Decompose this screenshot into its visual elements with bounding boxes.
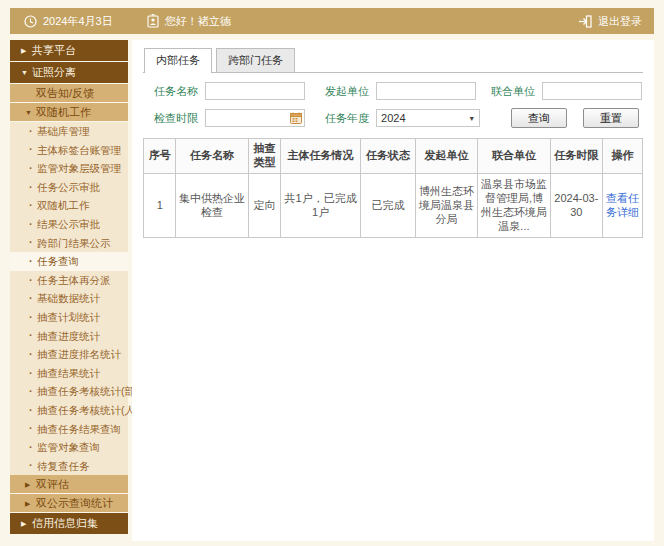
- sidebar-item-label: 抽查结果统计: [37, 368, 100, 379]
- initiating-unit-input[interactable]: [376, 82, 476, 100]
- sidebar-item[interactable]: ▶双公示查询统计: [10, 494, 128, 512]
- sidebar-item[interactable]: ·主体标签台账管理: [10, 141, 128, 160]
- form-buttons: 查询 重置: [480, 108, 643, 128]
- table-cell: 博州生态环境局温泉县分局: [415, 173, 477, 237]
- bullet-icon: ·: [29, 442, 37, 453]
- tab-bar: 内部任务跨部门任务: [143, 48, 643, 73]
- column-header: 任务时限: [550, 139, 602, 174]
- sidebar-item[interactable]: ·基础库管理: [10, 122, 128, 141]
- sidebar-item[interactable]: 双告知/反馈: [10, 84, 128, 102]
- sidebar-item[interactable]: ·任务主体再分派: [10, 271, 128, 290]
- sidebar-item-label: 双随机工作: [37, 200, 90, 211]
- sidebar-item-label: 监管对象层级管理: [37, 163, 121, 174]
- sidebar-item-label: 双随机工作: [36, 107, 91, 118]
- sidebar-item-label: 任务主体再分派: [37, 275, 111, 286]
- sidebar-item[interactable]: ·任务公示审批: [10, 178, 128, 197]
- bullet-icon: ·: [29, 349, 37, 360]
- sidebar-item-label: 待复查任务: [37, 461, 90, 472]
- sidebar-item[interactable]: ·结果公示审批: [10, 215, 128, 234]
- sidebar-item[interactable]: ▶信用信息归集: [10, 513, 128, 534]
- joint-unit-label: 联合单位: [480, 84, 535, 99]
- bullet-icon: ·: [29, 256, 37, 267]
- sidebar-item[interactable]: ·抽查任务结果查询: [10, 420, 128, 439]
- sidebar-item[interactable]: ·抽查任务考核统计(人员): [10, 401, 128, 420]
- bullet-icon: ·: [29, 163, 37, 174]
- sidebar-item-label: 主体标签台账管理: [37, 145, 121, 156]
- header-greeting: 您好！褚立德: [165, 14, 231, 29]
- tab[interactable]: 内部任务: [144, 48, 212, 73]
- sidebar-item-label: 双公示查询统计: [36, 498, 113, 509]
- column-header: 抽查类型: [248, 139, 280, 174]
- logout-label: 退出登录: [598, 14, 642, 29]
- view-task-detail-link[interactable]: 查看任务详细: [606, 192, 639, 218]
- bullet-icon: ·: [29, 386, 37, 397]
- search-form: 任务名称 发起单位 联合单位 检查时限: [143, 82, 643, 128]
- sidebar-item[interactable]: ▶双评估: [10, 475, 128, 493]
- check-deadline-label: 检查时限: [143, 111, 198, 126]
- header-date-group: 2024年4月3日: [24, 14, 113, 29]
- sidebar-item-label: 抽查任务结果查询: [37, 424, 121, 435]
- table-cell: 1: [144, 173, 176, 237]
- sidebar-item[interactable]: ·监管对象层级管理: [10, 159, 128, 178]
- sidebar-item[interactable]: ·跨部门结果公示: [10, 234, 128, 253]
- field-check-deadline: 检查时限: [143, 109, 314, 127]
- field-task-year: 任务年度 2024 ▼: [314, 109, 480, 127]
- sidebar-item[interactable]: ·待复查任务: [10, 457, 128, 476]
- clock-icon: [24, 15, 37, 28]
- sidebar-item[interactable]: ·双随机工作: [10, 196, 128, 215]
- field-initiating-unit: 发起单位: [314, 82, 480, 100]
- top-header-bar: 2024年4月3日 您好！褚立德 退出登录: [10, 8, 654, 34]
- chevron-right-icon: ▶: [25, 500, 36, 507]
- header-date: 2024年4月3日: [43, 14, 113, 29]
- table-cell: 集中供热企业检查: [176, 173, 248, 237]
- column-header: 任务名称: [176, 139, 248, 174]
- sidebar-item[interactable]: ·基础数据统计: [10, 289, 128, 308]
- sidebar-item[interactable]: ·抽查计划统计: [10, 308, 128, 327]
- joint-unit-input[interactable]: [542, 82, 642, 100]
- query-button[interactable]: 查询: [511, 108, 567, 128]
- sidebar-item[interactable]: ·监管对象查询: [10, 438, 128, 457]
- bullet-icon: ·: [29, 182, 37, 193]
- sidebar-item-label: 任务公示审批: [37, 182, 100, 193]
- sidebar-item[interactable]: ▼双随机工作: [10, 103, 128, 121]
- bullet-icon: ·: [29, 330, 37, 341]
- main-panel: 内部任务跨部门任务 任务名称 发起单位 联合单位 检查时限: [132, 40, 654, 541]
- table-cell: 2024-03-30: [550, 173, 602, 237]
- task-name-label: 任务名称: [143, 84, 198, 99]
- sidebar-item-label: 基础库管理: [37, 126, 90, 137]
- logout-icon: [578, 15, 592, 28]
- sidebar-item-label: 任务查询: [37, 256, 79, 267]
- sidebar-item[interactable]: ·抽查任务考核统计(部门): [10, 382, 128, 401]
- bullet-icon: ·: [29, 237, 37, 248]
- chevron-down-icon: ▼: [468, 115, 475, 122]
- bullet-icon: ·: [29, 219, 37, 230]
- sidebar-item-label: 双评估: [36, 479, 69, 490]
- header-user-group: 您好！褚立德: [147, 14, 231, 29]
- sidebar-item-label: 双告知/反馈: [36, 88, 94, 99]
- column-header: 联合单位: [478, 139, 550, 174]
- sidebar-item[interactable]: ▶共享平台: [10, 40, 128, 61]
- bullet-icon: ·: [29, 423, 37, 434]
- chevron-right-icon: ▶: [21, 47, 32, 54]
- task-table: 序号任务名称抽查类型主体任务情况任务状态发起单位联合单位任务时限操作 1集中供热…: [143, 138, 643, 238]
- sidebar-item-label: 证照分离: [32, 67, 76, 78]
- task-name-input[interactable]: [205, 82, 305, 100]
- table-cell: 温泉县市场监督管理局,博州生态环境局温泉...: [478, 173, 550, 237]
- tab[interactable]: 跨部门任务: [216, 48, 295, 72]
- sidebar-item[interactable]: ▼证照分离: [10, 62, 128, 83]
- calendar-icon[interactable]: [290, 112, 302, 126]
- sidebar-item[interactable]: ·任务查询: [10, 252, 128, 271]
- field-task-name: 任务名称: [143, 82, 314, 100]
- column-header: 操作: [603, 139, 643, 174]
- sidebar-item[interactable]: ·抽查结果统计: [10, 364, 128, 383]
- column-header: 任务状态: [361, 139, 416, 174]
- sidebar-item[interactable]: ·抽查进度统计: [10, 327, 128, 346]
- sidebar-item[interactable]: ·抽查进度排名统计: [10, 345, 128, 364]
- logout-button[interactable]: 退出登录: [578, 14, 642, 29]
- task-year-select[interactable]: 2024 ▼: [376, 109, 480, 127]
- sidebar-item-label: 抽查进度排名统计: [37, 349, 121, 360]
- bullet-icon: ·: [29, 312, 37, 323]
- reset-button[interactable]: 重置: [583, 108, 639, 128]
- bullet-icon: ·: [29, 275, 37, 286]
- chevron-down-icon: ▼: [25, 109, 36, 116]
